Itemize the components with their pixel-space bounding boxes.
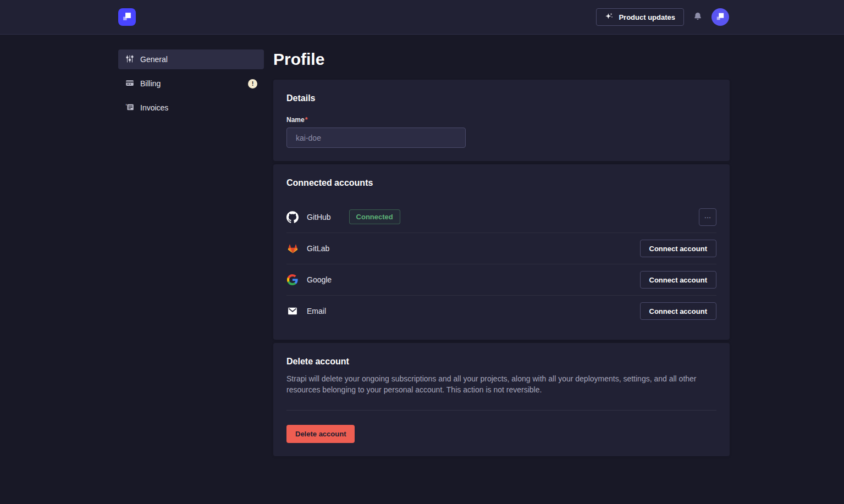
provider-name: Email [307, 307, 326, 315]
sidebar-item-billing[interactable]: Billing ! [118, 74, 264, 93]
notifications-button[interactable] [693, 12, 703, 23]
main-content: Profile Details Name* Connected accounts [273, 49, 730, 459]
connected-status-badge: Connected [349, 209, 400, 224]
sidebar-item-invoices[interactable]: s Invoices [118, 98, 264, 118]
strapi-logo-icon [121, 10, 133, 24]
required-marker: * [305, 116, 308, 124]
page-title: Profile [273, 49, 730, 69]
strapi-logo[interactable] [118, 8, 136, 26]
sidebar-item-label: General [140, 55, 168, 64]
provider-name: Google [307, 275, 332, 284]
svg-text:s: s [126, 103, 128, 106]
delete-account-description: Strapi will delete your ongoing subscrip… [286, 373, 716, 395]
strapi-avatar-icon [715, 11, 726, 24]
github-icon [286, 211, 299, 223]
details-card: Details Name* [273, 80, 730, 161]
delete-account-button[interactable]: Delete account [286, 425, 355, 443]
sparkle-icon [605, 12, 614, 23]
email-connect-button[interactable]: Connect account [640, 302, 716, 320]
accounts-list: GitHub Connected ... [286, 201, 716, 326]
topbar-actions: Product updates [596, 8, 729, 26]
provider-name: GitHub [307, 213, 331, 221]
connected-accounts-card: Connected accounts GitHub Connected ... [273, 164, 730, 340]
sliders-icon [125, 54, 135, 65]
ellipsis-icon: ... [704, 211, 711, 219]
email-icon [286, 306, 299, 317]
account-row-github: GitHub Connected ... [286, 201, 716, 232]
delete-account-title: Delete account [286, 356, 716, 367]
topbar: Product updates [0, 0, 844, 35]
account-row-gitlab: GitLab Connect account [286, 232, 716, 264]
product-updates-button[interactable]: Product updates [596, 8, 684, 26]
gitlab-icon [286, 243, 299, 254]
product-updates-label: Product updates [619, 13, 675, 21]
bell-icon [693, 12, 703, 23]
delete-account-card: Delete account Strapi will delete your o… [273, 343, 730, 456]
name-input[interactable] [286, 128, 466, 148]
sidebar-item-label: Invoices [140, 103, 168, 112]
details-title: Details [286, 93, 716, 103]
settings-sidebar: General Billing ! [118, 49, 264, 459]
sidebar-item-general[interactable]: General [118, 49, 264, 69]
gitlab-connect-button[interactable]: Connect account [640, 240, 716, 257]
billing-warning-badge: ! [248, 79, 257, 88]
page-body: General Billing ! [0, 35, 844, 459]
google-icon [286, 274, 299, 285]
name-field-group: Name* [286, 116, 716, 148]
github-more-button[interactable]: ... [699, 208, 716, 226]
sidebar-item-label: Billing [140, 79, 161, 88]
google-connect-button[interactable]: Connect account [640, 271, 716, 289]
name-label: Name* [286, 116, 716, 124]
account-row-email: Email Connect account [286, 295, 716, 326]
credit-card-icon [125, 78, 135, 90]
account-row-google: Google Connect account [286, 264, 716, 295]
divider [286, 410, 716, 411]
connected-accounts-title: Connected accounts [286, 178, 716, 188]
invoice-icon: s [125, 102, 135, 114]
provider-name: GitLab [307, 244, 329, 253]
user-avatar[interactable] [711, 8, 729, 26]
